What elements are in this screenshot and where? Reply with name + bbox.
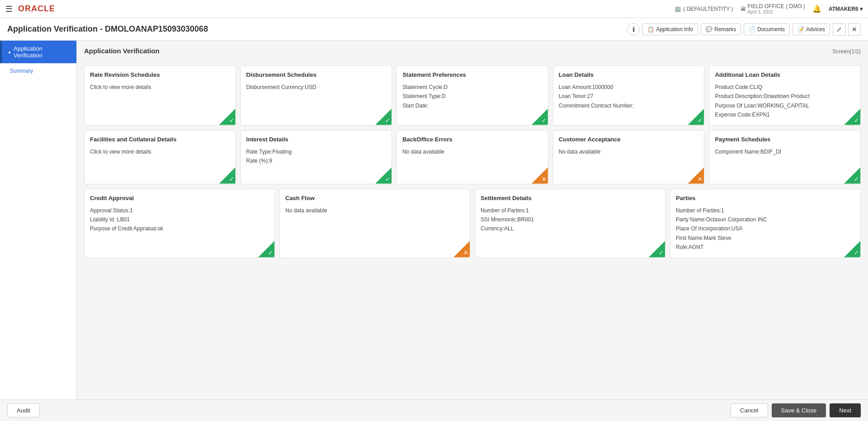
card-body: Click to view more details [90, 83, 230, 92]
status-badge-green: ✓ [532, 109, 548, 125]
cross-icon: ✕ [698, 176, 703, 182]
status-badge-green: ✓ [844, 168, 860, 184]
documents-label: Documents [757, 26, 785, 33]
status-badge-green: ✓ [688, 109, 704, 125]
next-button[interactable]: Next [830, 403, 861, 417]
card-additional-loan-details[interactable]: Additional Loan Details Product Code:CLI… [709, 65, 861, 126]
checkmark-icon: ✓ [229, 117, 234, 124]
checkmark-icon: ✓ [542, 117, 547, 124]
card-customer-acceptance[interactable]: Customer Acceptance No data available ✕ [553, 130, 705, 184]
card-body: No data available [402, 147, 542, 156]
card-payment-schedules[interactable]: Payment Schedules Component Name:BDIF_DI… [709, 130, 861, 184]
top-bar-right: 🏢 ( DEFAULTENTITY ) 🏛 FIELD OFFICE ( DMO… [675, 3, 863, 14]
card-title: Additional Loan Details [715, 71, 855, 78]
top-bar: ☰ ORACLE 🏢 ( DEFAULTENTITY ) 🏛 FIELD OFF… [0, 0, 868, 18]
remarks-icon: 💬 [706, 26, 712, 33]
card-credit-approval[interactable]: Credit Approval Approval Status:1Liabili… [84, 189, 275, 258]
card-title: Statement Preferences [402, 71, 542, 78]
card-title: BackOffice Errors [402, 136, 542, 143]
advices-button[interactable]: 📝 Advices [793, 23, 830, 35]
card-title: Rate Revision Schedules [90, 71, 230, 78]
advices-label: Advices [806, 26, 825, 33]
card-parties[interactable]: Parties Number of Parties:1Party Name:Oc… [670, 189, 861, 258]
cards-row-3: Credit Approval Approval Status:1Liabili… [84, 189, 861, 258]
main-layout: Application Verification Summary Applica… [0, 41, 868, 399]
cancel-button[interactable]: Cancel [731, 403, 768, 417]
audit-button[interactable]: Audit [7, 403, 40, 417]
save-close-button[interactable]: Save & Close [772, 403, 826, 417]
office-name: FIELD OFFICE ( DMO ) [748, 3, 805, 9]
info-icon: ℹ [632, 26, 635, 33]
title-bar-actions: ℹ 📋 Application Info 💬 Remarks 📄 Documen… [627, 23, 861, 36]
app-info-icon: 📋 [647, 26, 654, 33]
sidebar-item-summary[interactable]: Summary [0, 63, 76, 79]
checkmark-icon: ✓ [854, 249, 859, 256]
card-cash-flow[interactable]: Cash Flow No data available ✕ [279, 189, 470, 258]
card-body: Click to view more details [90, 147, 230, 156]
card-loan-details[interactable]: Loan Details Loan Amount:1000000Loan Ten… [553, 65, 705, 126]
card-body: Statement Cycle:DStatement Type:DStart D… [402, 83, 542, 110]
status-badge-green: ✓ [219, 109, 236, 125]
user-name[interactable]: ATMAKER6 ▾ [829, 6, 863, 12]
cross-icon: ✕ [463, 249, 468, 256]
card-body: Component Name:BDIF_DI [715, 147, 855, 156]
card-title: Facilities and Collateral Details [90, 136, 230, 143]
cards-row-1: Rate Revision Schedules Click to view mo… [84, 65, 861, 126]
expand-button[interactable]: ⤢ [833, 23, 845, 36]
sidebar-item-label: Application Verification [14, 45, 70, 59]
checkmark-icon: ✓ [229, 176, 234, 182]
office-info: 🏛 FIELD OFFICE ( DMO ) April 3, 2015 [741, 3, 805, 14]
bottom-bar: Audit Cancel Save & Close Next [0, 399, 868, 421]
card-title: Interest Details [246, 136, 387, 143]
checkmark-icon: ✓ [698, 117, 703, 124]
card-title: Credit Approval [90, 195, 269, 201]
notification-bell-icon[interactable]: 🔔 [812, 5, 821, 13]
entity-icon: 🏢 [675, 6, 681, 12]
office-details: FIELD OFFICE ( DMO ) April 3, 2015 [748, 3, 805, 14]
sidebar-item-label: Summary [10, 68, 33, 74]
card-disbursement-schedules[interactable]: Disbursement Schedules Disbursement Curr… [241, 65, 392, 126]
entity-name: ( DEFAULTENTITY ) [683, 6, 733, 12]
remarks-label: Remarks [714, 26, 736, 33]
info-button[interactable]: ℹ [627, 23, 640, 36]
card-statement-preferences[interactable]: Statement Preferences Statement Cycle:DS… [396, 65, 548, 126]
status-badge-orange: ✕ [453, 241, 470, 257]
close-button[interactable]: ✕ [848, 23, 861, 36]
card-title: Payment Schedules [715, 136, 855, 143]
page-title: Application Verification - DMOLOANAP1509… [7, 24, 623, 34]
card-title: Parties [676, 195, 855, 201]
hamburger-icon[interactable]: ☰ [5, 4, 13, 14]
bottom-bar-right: Cancel Save & Close Next [731, 403, 861, 417]
card-body: No data available [559, 147, 699, 156]
checkmark-icon: ✓ [854, 117, 859, 124]
card-body: Disbursement Currency:USD [246, 83, 387, 92]
app-info-label: Application Info [656, 26, 693, 33]
card-settlement-details[interactable]: Settlement Details Number of Parties:1SS… [475, 189, 665, 258]
remarks-button[interactable]: 💬 Remarks [701, 23, 741, 35]
status-badge-green: ✓ [375, 168, 392, 184]
card-body: Product Code:CLIQProduct Description:Dra… [715, 83, 855, 120]
entity-info: 🏢 ( DEFAULTENTITY ) [675, 6, 733, 12]
expand-icon: ⤢ [836, 26, 842, 33]
documents-button[interactable]: 📄 Documents [744, 23, 790, 35]
cross-icon: ✕ [542, 176, 547, 182]
card-backoffice-errors[interactable]: BackOffice Errors No data available ✕ [396, 130, 548, 184]
office-date: April 3, 2015 [748, 9, 805, 14]
checkmark-icon: ✓ [854, 176, 859, 182]
title-bar: Application Verification - DMOLOANAP1509… [0, 18, 868, 41]
card-facilities-collateral[interactable]: Facilities and Collateral Details Click … [84, 130, 236, 184]
status-badge-green: ✓ [258, 241, 274, 257]
checkmark-icon: ✓ [268, 249, 273, 256]
card-body: Number of Parties:1SSI Mnemonic:BR001Cur… [481, 206, 660, 234]
close-icon: ✕ [852, 26, 857, 33]
application-info-button[interactable]: 📋 Application Info [642, 23, 698, 35]
card-title: Settlement Details [481, 195, 660, 201]
card-rate-revision-schedules[interactable]: Rate Revision Schedules Click to view mo… [84, 65, 236, 126]
status-badge-orange: ✕ [688, 168, 704, 184]
card-body: Approval Status:1Liability Id :LB01Purpo… [90, 206, 269, 234]
content-title: Application Verification [84, 47, 160, 55]
card-interest-details[interactable]: Interest Details Rate Type:FloatingRate … [241, 130, 392, 184]
card-body: Number of Parties:1Party Name:Octasun Co… [676, 206, 855, 252]
sidebar-item-application-verification[interactable]: Application Verification [0, 41, 76, 63]
documents-icon: 📄 [749, 26, 755, 33]
